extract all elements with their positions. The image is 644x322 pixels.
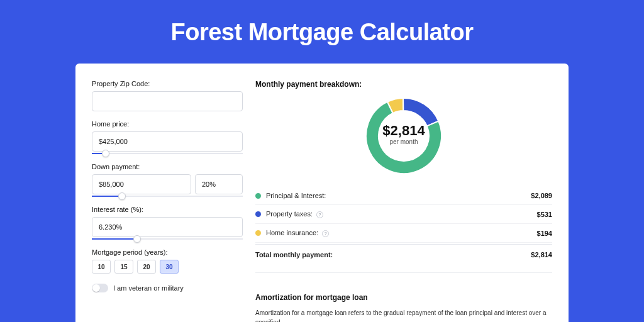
interest-input[interactable]	[92, 217, 243, 237]
interest-field: Interest rate (%):	[92, 206, 243, 240]
down-payment-field: Down payment:	[92, 163, 243, 197]
legend-label: Home insurance:?	[266, 229, 537, 237]
legend-value: $194	[537, 230, 552, 237]
legend-row: Property taxes:?$531	[255, 205, 552, 224]
home-price-field: Home price:	[92, 120, 243, 154]
info-icon[interactable]: ?	[316, 211, 323, 218]
period-option-10[interactable]: 10	[92, 260, 111, 274]
veteran-label: I am veteran or military	[113, 284, 184, 292]
interest-slider[interactable]	[92, 238, 243, 240]
legend-value: $2,089	[531, 192, 552, 199]
period-option-20[interactable]: 20	[137, 260, 156, 274]
period-options: 10152030	[92, 260, 243, 274]
period-field: Mortgage period (years): 10152030	[92, 248, 243, 274]
period-option-30[interactable]: 30	[160, 260, 179, 274]
form-panel: Property Zip Code: Home price: Down paym…	[92, 80, 243, 322]
home-price-input[interactable]	[92, 131, 243, 152]
legend-total-row: Total monthly payment:$2,814	[255, 244, 552, 264]
legend-dot	[255, 230, 261, 236]
legend-row: Principal & Interest:$2,089	[255, 187, 552, 205]
legend-dot	[255, 211, 261, 217]
zip-input[interactable]	[92, 91, 243, 111]
calculator-card: Property Zip Code: Home price: Down paym…	[75, 64, 569, 322]
breakdown-title: Monthly payment breakdown:	[255, 80, 552, 89]
donut-center-label: per month	[389, 138, 418, 145]
legend-value: $531	[537, 211, 552, 218]
info-icon[interactable]: ?	[322, 230, 329, 237]
legend: Principal & Interest:$2,089Property taxe…	[255, 187, 552, 264]
down-payment-label: Down payment:	[92, 163, 243, 170]
page-title: Forest Mortgage Calculator	[34, 19, 610, 46]
period-label: Mortgage period (years):	[92, 248, 243, 256]
zip-field: Property Zip Code:	[92, 80, 243, 111]
home-price-label: Home price:	[92, 120, 243, 128]
period-option-15[interactable]: 15	[114, 260, 133, 274]
legend-dot	[255, 193, 261, 199]
down-payment-slider[interactable]	[92, 196, 243, 197]
legend-row: Home insurance:?$194	[255, 224, 552, 243]
legend-label: Principal & Interest:	[266, 192, 531, 199]
breakdown-panel: Monthly payment breakdown: $2,814 per mo…	[255, 80, 552, 322]
donut-slice	[403, 98, 438, 126]
legend-label: Property taxes:?	[266, 210, 537, 218]
amortization-text: Amortization for a mortgage loan refers …	[255, 308, 552, 322]
amortization-title: Amortization for mortgage loan	[255, 293, 552, 302]
veteran-toggle[interactable]	[92, 284, 108, 292]
down-payment-amount-input[interactable]	[92, 174, 191, 194]
zip-label: Property Zip Code:	[92, 80, 243, 87]
down-payment-percent-input[interactable]	[195, 174, 243, 194]
veteran-row: I am veteran or military	[92, 284, 243, 292]
legend-total-value: $2,814	[531, 251, 552, 258]
interest-label: Interest rate (%):	[92, 206, 243, 213]
donut-chart: $2,814 per month	[255, 95, 552, 177]
donut-center-value: $2,814	[382, 123, 425, 138]
legend-total-label: Total monthly payment:	[255, 251, 531, 258]
amortization-section: Amortization for mortgage loan Amortizat…	[255, 284, 552, 322]
home-price-slider[interactable]	[92, 153, 243, 154]
